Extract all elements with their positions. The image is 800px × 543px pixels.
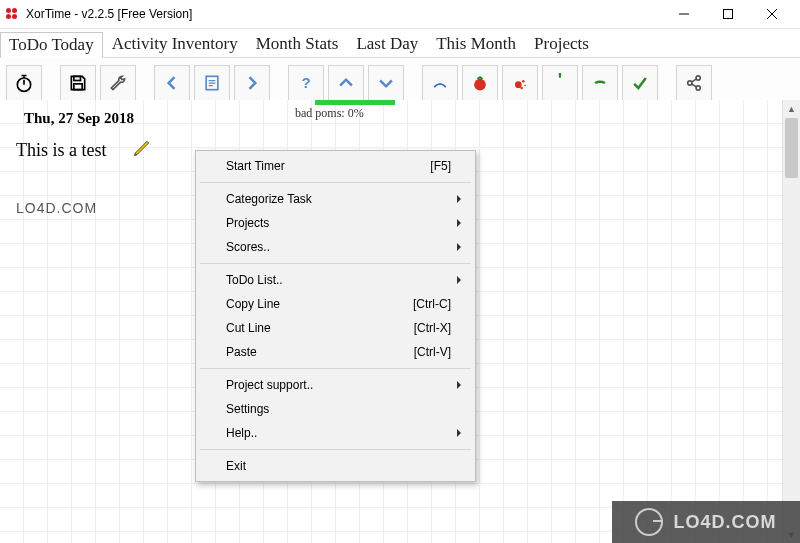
svg-point-7: [515, 81, 522, 88]
brand-logo-icon: [635, 508, 663, 536]
tomato-icon: [470, 73, 490, 93]
brand-badge: LO4D.COM: [612, 501, 800, 543]
chevron-up-icon: [336, 73, 356, 93]
svg-text:?: ?: [301, 74, 310, 91]
svg-point-10: [520, 87, 523, 90]
tab-activity-inventory[interactable]: Activity Inventory: [103, 31, 247, 57]
share-button[interactable]: [676, 65, 712, 101]
ctx-separator: [200, 182, 471, 183]
window-title: XorTime - v2.2.5 [Free Version]: [26, 7, 192, 21]
bad-pom-button[interactable]: [502, 65, 538, 101]
app-window: XorTime - v2.2.5 [Free Version] ToDo Tod…: [0, 0, 800, 543]
apostrophe-icon: ': [550, 73, 570, 93]
poms-label: bad poms: 0%: [295, 106, 425, 121]
check-icon: [630, 73, 650, 93]
tab-bar: ToDo Today Activity Inventory Month Stat…: [0, 29, 800, 58]
done-button[interactable]: [622, 65, 658, 101]
ctx-separator: [200, 263, 471, 264]
pomodoro-button[interactable]: [462, 65, 498, 101]
ctx-separator: [200, 368, 471, 369]
ctx-cut-line[interactable]: Cut Line [Ctrl-X]: [198, 316, 473, 340]
ctx-projects[interactable]: Projects: [198, 211, 473, 235]
save-icon: [68, 73, 88, 93]
ctx-copy-line[interactable]: Copy Line [Ctrl-C]: [198, 292, 473, 316]
save-button[interactable]: [60, 65, 96, 101]
dash-icon: [590, 73, 610, 93]
ctx-separator: [200, 449, 471, 450]
timer-button[interactable]: [6, 65, 42, 101]
tab-last-day[interactable]: Last Day: [347, 31, 427, 57]
today-button[interactable]: [194, 65, 230, 101]
poms-bar: [315, 100, 395, 105]
pencil-icon: [132, 138, 152, 158]
task-line[interactable]: This is a test: [16, 140, 107, 161]
close-button[interactable]: [750, 0, 794, 28]
external-interrupt-button[interactable]: [582, 65, 618, 101]
ctx-scores[interactable]: Scores..: [198, 235, 473, 259]
tab-todo-today[interactable]: ToDo Today: [0, 32, 103, 58]
svg-point-9: [524, 85, 526, 87]
settings-button[interactable]: [100, 65, 136, 101]
svg-rect-2: [74, 76, 81, 80]
tab-this-month[interactable]: This Month: [427, 31, 525, 57]
tab-month-stats[interactable]: Month Stats: [247, 31, 348, 57]
minimize-button[interactable]: [662, 0, 706, 28]
svg-point-8: [522, 80, 525, 83]
svg-rect-0: [724, 10, 733, 19]
chevron-left-icon: [162, 73, 182, 93]
internal-interrupt-button[interactable]: ': [542, 65, 578, 101]
maximize-button[interactable]: [706, 0, 750, 28]
ctx-todo-list[interactable]: ToDo List..: [198, 268, 473, 292]
date-heading: Thu, 27 Sep 2018: [24, 110, 134, 127]
svg-text:': ': [558, 73, 562, 90]
brand-text: LO4D.COM: [673, 512, 776, 533]
ctx-categorize-task[interactable]: Categorize Task: [198, 187, 473, 211]
svg-rect-3: [74, 84, 82, 90]
poms-indicator: bad poms: 0%: [295, 100, 425, 121]
ctx-settings[interactable]: Settings: [198, 397, 473, 421]
splat-icon: [510, 73, 530, 93]
app-icon: [6, 7, 20, 21]
ctx-exit[interactable]: Exit: [198, 454, 473, 478]
prev-day-button[interactable]: [154, 65, 190, 101]
stopwatch-icon: [14, 73, 34, 93]
ctx-paste[interactable]: Paste [Ctrl-V]: [198, 340, 473, 364]
svg-point-6: [474, 79, 486, 91]
ctx-help[interactable]: Help..: [198, 421, 473, 445]
tab-projects[interactable]: Projects: [525, 31, 598, 57]
chevron-right-icon: [242, 73, 262, 93]
page-icon: [202, 73, 222, 93]
arc-icon: [430, 73, 450, 93]
ctx-project-support[interactable]: Project support..: [198, 373, 473, 397]
move-up-button[interactable]: [328, 65, 364, 101]
scroll-up-arrow[interactable]: ▲: [783, 100, 800, 117]
todo-canvas[interactable]: Thu, 27 Sep 2018 This is a test LO4D.COM…: [0, 100, 783, 543]
chevron-down-icon: [376, 73, 396, 93]
question-icon: ?: [296, 73, 316, 93]
ctx-start-timer[interactable]: Start Timer [F5]: [198, 154, 473, 178]
void-pom-button[interactable]: [422, 65, 458, 101]
scroll-thumb[interactable]: [785, 118, 798, 178]
share-icon: [684, 73, 704, 93]
move-down-button[interactable]: [368, 65, 404, 101]
vertical-scrollbar[interactable]: ▲ ▼: [782, 100, 800, 543]
watermark-text: LO4D.COM: [16, 200, 97, 216]
wrench-icon: [108, 73, 128, 93]
next-day-button[interactable]: [234, 65, 270, 101]
titlebar: XorTime - v2.2.5 [Free Version]: [0, 0, 800, 29]
context-menu: Start Timer [F5] Categorize Task Project…: [195, 150, 476, 482]
help-button[interactable]: ?: [288, 65, 324, 101]
